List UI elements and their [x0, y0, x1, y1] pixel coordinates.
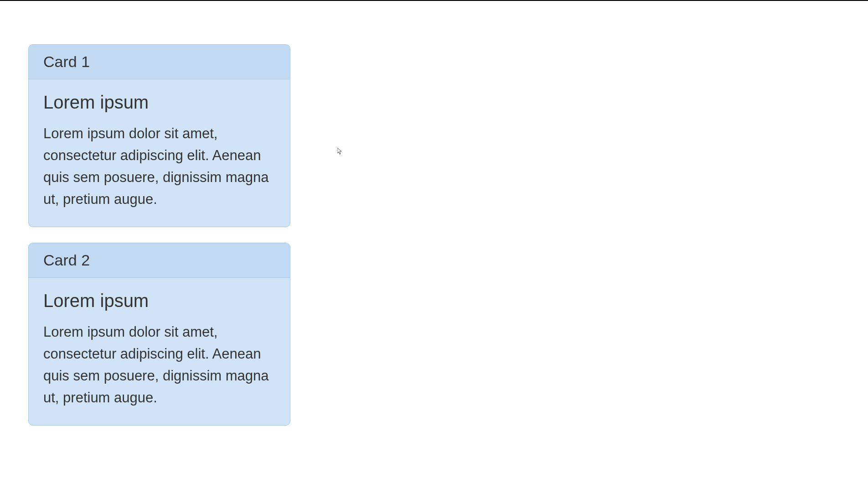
card-1-header-title: Card 1 [43, 53, 275, 71]
card-2-body-title: Lorem ipsum [43, 291, 275, 311]
card-2-body: Lorem ipsum Lorem ipsum dolor sit amet, … [29, 278, 290, 425]
card-2: Card 2 Lorem ipsum Lorem ipsum dolor sit… [28, 243, 290, 426]
card-2-header-title: Card 2 [43, 251, 275, 269]
card-1-body-title: Lorem ipsum [43, 92, 275, 113]
card-2-body-text: Lorem ipsum dolor sit amet, consectetur … [43, 321, 275, 409]
card-1-body-text: Lorem ipsum dolor sit amet, consectetur … [43, 123, 275, 210]
card-1-body: Lorem ipsum Lorem ipsum dolor sit amet, … [29, 79, 290, 227]
card-2-header: Card 2 [29, 243, 290, 278]
card-1: Card 1 Lorem ipsum Lorem ipsum dolor sit… [28, 44, 290, 227]
cards-container: Card 1 Lorem ipsum Lorem ipsum dolor sit… [0, 1, 868, 484]
card-1-header: Card 1 [29, 45, 290, 79]
